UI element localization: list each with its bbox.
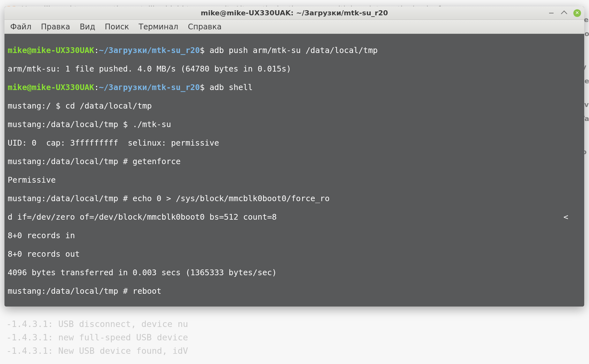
prompt-colon: : <box>94 46 99 55</box>
prompt-dollar: $ <box>200 46 209 55</box>
close-button[interactable]: ✕ <box>573 9 581 17</box>
prompt-path: ~/Загрузки/mtk-su_r20 <box>99 83 200 92</box>
window-title: mike@mike-UX330UAK: ~/Загрузки/mtk-su_r2… <box>201 9 388 17</box>
minimize-button[interactable] <box>548 10 555 17</box>
window-controls: ✕ <box>548 9 581 17</box>
terminal-output: arm/mtk-su: 1 file pushed. 4.0 MB/s (647… <box>8 64 581 73</box>
menu-terminal[interactable]: Терминал <box>139 22 178 31</box>
command-text: adb shell <box>209 83 253 92</box>
maximize-button[interactable] <box>561 10 568 17</box>
prompt-user: mike@mike-UX330UAK <box>8 83 94 92</box>
prompt-user: mike@mike-UX330UAK <box>8 46 94 55</box>
titlebar[interactable]: mike@mike-UX330UAK: ~/Загрузки/mtk-su_r2… <box>4 6 584 20</box>
prompt-path: ~/Загрузки/mtk-su_r20 <box>99 46 200 55</box>
menu-file[interactable]: Файл <box>10 22 31 31</box>
terminal-output: mustang:/data/local/tmp # reboot <box>8 286 581 296</box>
prompt-colon: : <box>94 83 99 92</box>
bg-mono-text: -1.4.3.1: USB disconnect, device nu <box>6 317 188 331</box>
menu-view[interactable]: Вид <box>80 22 95 31</box>
terminal-output: 8+0 records in <box>8 231 581 240</box>
bg-mono-text: -1.4.3.1: New USB device found, idV <box>6 344 188 358</box>
command-text: adb push arm/mtk-su /data/local/tmp <box>209 46 378 55</box>
terminal-output: UID: 0 cap: 3fffffffff selinux: permissi… <box>8 138 581 148</box>
prompt-dollar: $ <box>200 83 209 92</box>
terminal-output: Permissive <box>8 175 581 185</box>
terminal-output: d if=/dev/zero of=/dev/block/mmcblk0boot… <box>8 212 277 222</box>
terminal-body[interactable]: mike@mike-UX330UAK:~/Загрузки/mtk-su_r20… <box>4 34 584 307</box>
terminal-output: mustang:/data/local/tmp # getenforce <box>8 157 581 166</box>
terminal-output-tail: < <box>563 212 568 222</box>
menubar: Файл Правка Вид Поиск Терминал Справка <box>4 20 584 34</box>
terminal-output: 8+0 records out <box>8 249 581 259</box>
menu-edit[interactable]: Правка <box>41 22 70 31</box>
terminal-output: 4096 bytes transferred in 0.003 secs (13… <box>8 268 581 277</box>
bg-mono-text: -1.4.3.1: new full-speed USB device <box>6 331 188 344</box>
terminal-output: mustang:/ $ cd /data/local/tmp <box>8 101 581 110</box>
terminal-output: mustang:/data/local/tmp $ ./mtk-su <box>8 120 581 129</box>
terminal-window: mike@mike-UX330UAK: ~/Загрузки/mtk-su_r2… <box>4 6 584 307</box>
terminal-output: mustang:/data/local/tmp # echo 0 > /sys/… <box>8 194 581 203</box>
menu-help[interactable]: Справка <box>188 22 222 31</box>
menu-search[interactable]: Поиск <box>105 22 129 31</box>
